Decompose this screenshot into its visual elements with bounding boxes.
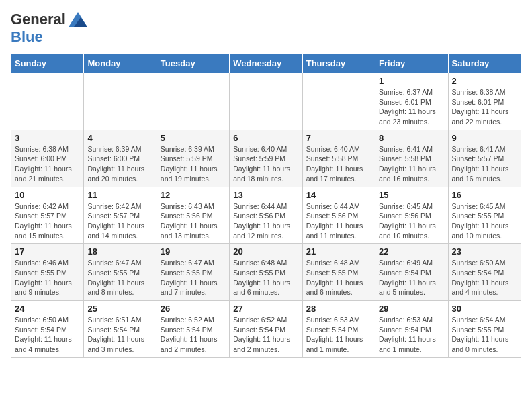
day-header-monday: Monday: [84, 54, 157, 73]
day-number: 4: [87, 133, 152, 143]
day-info: Sunrise: 6:45 AMSunset: 5:56 PMDaylight:…: [379, 201, 444, 241]
calendar-cell: [302, 73, 375, 130]
day-number: 23: [452, 246, 517, 257]
calendar-cell: 23Sunrise: 6:50 AMSunset: 5:54 PMDayligh…: [448, 244, 521, 301]
day-number: 20: [233, 246, 298, 257]
day-number: 10: [15, 190, 80, 200]
calendar-cell: 20Sunrise: 6:48 AMSunset: 5:55 PMDayligh…: [230, 244, 302, 301]
day-number: 21: [306, 246, 371, 257]
day-number: 24: [15, 304, 80, 314]
day-info: Sunrise: 6:44 AMSunset: 5:56 PMDaylight:…: [306, 201, 371, 241]
day-number: 6: [233, 133, 298, 143]
day-number: 28: [306, 304, 371, 314]
calendar-cell: 15Sunrise: 6:45 AMSunset: 5:56 PMDayligh…: [375, 187, 448, 244]
day-number: 14: [306, 190, 371, 200]
day-info: Sunrise: 6:51 AMSunset: 5:54 PMDaylight:…: [87, 315, 152, 355]
day-header-saturday: Saturday: [448, 54, 521, 73]
general-text: General: [11, 11, 66, 28]
day-number: 5: [161, 133, 226, 143]
calendar-cell: [84, 73, 157, 130]
day-number: 15: [379, 190, 444, 200]
day-header-tuesday: Tuesday: [157, 54, 229, 73]
day-info: Sunrise: 6:42 AMSunset: 5:57 PMDaylight:…: [87, 201, 152, 241]
day-number: 19: [161, 246, 226, 257]
day-number: 13: [233, 190, 298, 200]
calendar-cell: 28Sunrise: 6:53 AMSunset: 5:54 PMDayligh…: [302, 301, 375, 358]
calendar-cell: 6Sunrise: 6:40 AMSunset: 5:59 PMDaylight…: [230, 130, 302, 187]
calendar-cell: 30Sunrise: 6:54 AMSunset: 5:55 PMDayligh…: [448, 301, 521, 358]
day-info: Sunrise: 6:39 AMSunset: 6:00 PMDaylight:…: [87, 144, 152, 184]
day-header-friday: Friday: [375, 54, 448, 73]
day-info: Sunrise: 6:53 AMSunset: 5:54 PMDaylight:…: [306, 315, 371, 355]
day-info: Sunrise: 6:47 AMSunset: 5:55 PMDaylight:…: [161, 258, 226, 298]
day-number: 9: [452, 133, 517, 143]
day-number: 3: [15, 133, 80, 143]
day-number: 25: [87, 304, 152, 314]
calendar-cell: 18Sunrise: 6:47 AMSunset: 5:55 PMDayligh…: [84, 244, 157, 301]
header: General Blue: [11, 11, 521, 46]
calendar-cell: [11, 73, 84, 130]
day-info: Sunrise: 6:38 AMSunset: 6:00 PMDaylight:…: [15, 144, 80, 184]
day-info: Sunrise: 6:41 AMSunset: 5:57 PMDaylight:…: [452, 144, 517, 184]
day-number: 7: [306, 133, 371, 143]
day-info: Sunrise: 6:38 AMSunset: 6:01 PMDaylight:…: [452, 87, 517, 127]
logo-icon: [69, 12, 87, 27]
calendar-cell: 22Sunrise: 6:49 AMSunset: 5:54 PMDayligh…: [375, 244, 448, 301]
calendar-cell: 17Sunrise: 6:46 AMSunset: 5:55 PMDayligh…: [11, 244, 84, 301]
calendar-cell: 24Sunrise: 6:50 AMSunset: 5:54 PMDayligh…: [11, 301, 84, 358]
day-number: 27: [233, 304, 298, 314]
day-info: Sunrise: 6:44 AMSunset: 5:56 PMDaylight:…: [233, 201, 298, 241]
day-number: 26: [161, 304, 226, 314]
calendar-cell: 12Sunrise: 6:43 AMSunset: 5:56 PMDayligh…: [157, 187, 229, 244]
calendar-cell: 27Sunrise: 6:52 AMSunset: 5:54 PMDayligh…: [230, 301, 302, 358]
day-info: Sunrise: 6:53 AMSunset: 5:54 PMDaylight:…: [379, 315, 444, 355]
day-number: 17: [15, 246, 80, 257]
day-number: 11: [87, 190, 152, 200]
calendar: SundayMondayTuesdayWednesdayThursdayFrid…: [11, 54, 521, 358]
calendar-cell: 16Sunrise: 6:45 AMSunset: 5:55 PMDayligh…: [448, 187, 521, 244]
calendar-cell: 19Sunrise: 6:47 AMSunset: 5:55 PMDayligh…: [157, 244, 229, 301]
day-number: 8: [379, 133, 444, 143]
day-info: Sunrise: 6:45 AMSunset: 5:55 PMDaylight:…: [452, 201, 517, 241]
day-info: Sunrise: 6:41 AMSunset: 5:58 PMDaylight:…: [379, 144, 444, 184]
calendar-cell: [230, 73, 302, 130]
day-info: Sunrise: 6:42 AMSunset: 5:57 PMDaylight:…: [15, 201, 80, 241]
day-number: 2: [452, 76, 517, 86]
day-number: 22: [379, 246, 444, 257]
day-header-sunday: Sunday: [11, 54, 84, 73]
calendar-cell: 5Sunrise: 6:39 AMSunset: 5:59 PMDaylight…: [157, 130, 229, 187]
day-info: Sunrise: 6:54 AMSunset: 5:55 PMDaylight:…: [452, 315, 517, 355]
day-number: 16: [452, 190, 517, 200]
day-info: Sunrise: 6:52 AMSunset: 5:54 PMDaylight:…: [233, 315, 298, 355]
calendar-cell: 29Sunrise: 6:53 AMSunset: 5:54 PMDayligh…: [375, 301, 448, 358]
day-info: Sunrise: 6:50 AMSunset: 5:54 PMDaylight:…: [452, 258, 517, 298]
day-info: Sunrise: 6:46 AMSunset: 5:55 PMDaylight:…: [15, 258, 80, 298]
day-number: 30: [452, 304, 517, 314]
calendar-cell: 1Sunrise: 6:37 AMSunset: 6:01 PMDaylight…: [375, 73, 448, 130]
calendar-cell: 4Sunrise: 6:39 AMSunset: 6:00 PMDaylight…: [84, 130, 157, 187]
day-info: Sunrise: 6:43 AMSunset: 5:56 PMDaylight:…: [161, 201, 226, 241]
calendar-cell: 10Sunrise: 6:42 AMSunset: 5:57 PMDayligh…: [11, 187, 84, 244]
calendar-cell: 7Sunrise: 6:40 AMSunset: 5:58 PMDaylight…: [302, 130, 375, 187]
day-info: Sunrise: 6:48 AMSunset: 5:55 PMDaylight:…: [306, 258, 371, 298]
day-info: Sunrise: 6:50 AMSunset: 5:54 PMDaylight:…: [15, 315, 80, 355]
day-number: 18: [87, 246, 152, 257]
calendar-cell: 14Sunrise: 6:44 AMSunset: 5:56 PMDayligh…: [302, 187, 375, 244]
day-info: Sunrise: 6:39 AMSunset: 5:59 PMDaylight:…: [161, 144, 226, 184]
day-info: Sunrise: 6:52 AMSunset: 5:54 PMDaylight:…: [161, 315, 226, 355]
day-header-thursday: Thursday: [302, 54, 375, 73]
calendar-cell: 3Sunrise: 6:38 AMSunset: 6:00 PMDaylight…: [11, 130, 84, 187]
calendar-cell: 2Sunrise: 6:38 AMSunset: 6:01 PMDaylight…: [448, 73, 521, 130]
day-info: Sunrise: 6:40 AMSunset: 5:58 PMDaylight:…: [306, 144, 371, 184]
logo: General Blue: [11, 11, 87, 46]
calendar-cell: 13Sunrise: 6:44 AMSunset: 5:56 PMDayligh…: [230, 187, 302, 244]
day-number: 1: [379, 76, 444, 86]
day-number: 12: [161, 190, 226, 200]
blue-text: Blue: [11, 28, 43, 45]
calendar-cell: 25Sunrise: 6:51 AMSunset: 5:54 PMDayligh…: [84, 301, 157, 358]
calendar-cell: 8Sunrise: 6:41 AMSunset: 5:58 PMDaylight…: [375, 130, 448, 187]
day-header-wednesday: Wednesday: [230, 54, 302, 73]
day-info: Sunrise: 6:40 AMSunset: 5:59 PMDaylight:…: [233, 144, 298, 184]
day-info: Sunrise: 6:49 AMSunset: 5:54 PMDaylight:…: [379, 258, 444, 298]
calendar-cell: 21Sunrise: 6:48 AMSunset: 5:55 PMDayligh…: [302, 244, 375, 301]
